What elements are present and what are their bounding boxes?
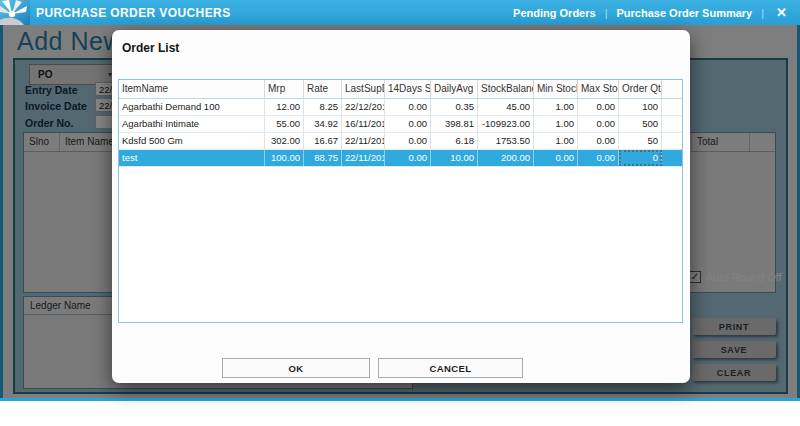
- order-grid-cell[interactable]: 0.00: [578, 133, 619, 149]
- close-icon[interactable]: ✕: [773, 5, 790, 20]
- order-grid-header-row: ItemNameMrpRateLastSupD14Days SaleDailyA…: [119, 80, 682, 99]
- order-grid-row[interactable]: Kdsfd 500 Gm302.0016.6722/11/2010.006.18…: [119, 133, 682, 150]
- order-grid-cell[interactable]: 1753.50: [478, 133, 534, 149]
- order-grid-column-header[interactable]: Rate: [304, 80, 342, 98]
- order-grid-row-filler: [662, 116, 682, 132]
- order-grid-row-filler: [662, 133, 682, 149]
- order-grid-cell[interactable]: 0.35: [431, 99, 478, 115]
- order-grid-cell[interactable]: 302.00: [265, 133, 304, 149]
- nav-separator: |: [605, 7, 608, 19]
- order-grid-cell[interactable]: 500: [619, 116, 662, 132]
- order-grid-cell[interactable]: 12.00: [265, 99, 304, 115]
- order-grid-cell[interactable]: 0: [619, 150, 662, 166]
- dialog-title: Order List: [122, 41, 179, 55]
- order-grid-column-header[interactable]: Max Stock: [578, 80, 619, 98]
- nav-separator: |: [761, 7, 764, 19]
- order-grid-column-header[interactable]: Mrp: [265, 80, 304, 98]
- order-grid-cell[interactable]: 398.81: [431, 116, 478, 132]
- order-grid-cell[interactable]: 0.00: [385, 116, 431, 132]
- order-grid-cell[interactable]: 22/11/201: [342, 133, 385, 149]
- order-grid-cell[interactable]: 88.75: [304, 150, 342, 166]
- order-grid-column-header[interactable]: StockBalance: [478, 80, 534, 98]
- app-logo-icon: [0, 0, 30, 25]
- order-grid-cell[interactable]: Agarbathi Intimate: [119, 116, 265, 132]
- order-grid-cell[interactable]: 22/12/201: [342, 99, 385, 115]
- purchase-order-summary-link[interactable]: Purchase Order Summary: [617, 7, 753, 19]
- order-grid-cell[interactable]: 0.00: [578, 116, 619, 132]
- order-grid-column-header[interactable]: DailyAvg: [431, 80, 478, 98]
- order-grid-column-header[interactable]: LastSupD: [342, 80, 385, 98]
- cancel-button[interactable]: CANCEL: [378, 358, 523, 378]
- order-grid-cell[interactable]: Kdsfd 500 Gm: [119, 133, 265, 149]
- order-grid-cell[interactable]: 1.00: [534, 116, 578, 132]
- order-grid-cell[interactable]: test: [119, 150, 265, 166]
- order-grid-cell[interactable]: 1.00: [534, 99, 578, 115]
- order-grid-cell[interactable]: -109923.00: [478, 116, 534, 132]
- order-grid-cell[interactable]: 100.00: [265, 150, 304, 166]
- order-grid-cell[interactable]: 50: [619, 133, 662, 149]
- order-grid-cell[interactable]: 100: [619, 99, 662, 115]
- order-grid-column-header[interactable]: Order Qty: [619, 80, 662, 98]
- order-grid-cell[interactable]: 34.92: [304, 116, 342, 132]
- order-grid-column-header[interactable]: ItemName: [119, 80, 265, 98]
- order-list-grid: ItemNameMrpRateLastSupD14Days SaleDailyA…: [118, 79, 683, 323]
- order-grid-column-header[interactable]: Min Stock: [534, 80, 578, 98]
- order-grid-cell[interactable]: 22/11/201: [342, 150, 385, 166]
- order-grid-cell[interactable]: 0.00: [578, 150, 619, 166]
- titlebar-nav: Pending Orders | Purchase Order Summary …: [513, 5, 790, 20]
- order-grid-header-filler: [662, 80, 682, 98]
- order-grid-cell[interactable]: 0.00: [385, 150, 431, 166]
- order-list-dialog: Order List ItemNameMrpRateLastSupD14Days…: [112, 30, 690, 383]
- order-grid-cell[interactable]: 16.67: [304, 133, 342, 149]
- pending-orders-link[interactable]: Pending Orders: [513, 7, 596, 19]
- titlebar: PURCHASE ORDER VOUCHERS Pending Orders |…: [0, 0, 800, 25]
- order-grid-cell[interactable]: 10.00: [431, 150, 478, 166]
- order-grid-cell[interactable]: 0.00: [534, 150, 578, 166]
- order-grid-cell[interactable]: 55.00: [265, 116, 304, 132]
- order-grid-cell[interactable]: 16/11/201: [342, 116, 385, 132]
- window-title: PURCHASE ORDER VOUCHERS: [36, 6, 231, 20]
- order-grid-column-header[interactable]: 14Days Sale: [385, 80, 431, 98]
- order-grid-cell[interactable]: 6.18: [431, 133, 478, 149]
- order-grid-row[interactable]: Agarbathi Intimate55.0034.9216/11/2010.0…: [119, 116, 682, 133]
- order-grid-cell[interactable]: 8.25: [304, 99, 342, 115]
- order-grid-cell[interactable]: 200.00: [478, 150, 534, 166]
- order-grid-row[interactable]: Agarbathi Demand 10012.008.2522/12/2010.…: [119, 99, 682, 116]
- order-grid-cell[interactable]: 0.00: [385, 133, 431, 149]
- order-grid-cell[interactable]: 0.00: [385, 99, 431, 115]
- ok-button[interactable]: OK: [222, 358, 370, 378]
- order-grid-body: Agarbathi Demand 10012.008.2522/12/2010.…: [119, 99, 682, 167]
- order-grid-cell[interactable]: 0.00: [578, 99, 619, 115]
- order-grid-row-filler: [662, 150, 682, 166]
- order-grid-cell[interactable]: 45.00: [478, 99, 534, 115]
- window-border: [0, 398, 800, 401]
- order-grid-row-filler: [662, 99, 682, 115]
- order-grid-cell[interactable]: Agarbathi Demand 100: [119, 99, 265, 115]
- order-grid-row[interactable]: test100.0088.7522/11/2010.0010.00200.000…: [119, 150, 682, 167]
- order-grid-cell[interactable]: 1.00: [534, 133, 578, 149]
